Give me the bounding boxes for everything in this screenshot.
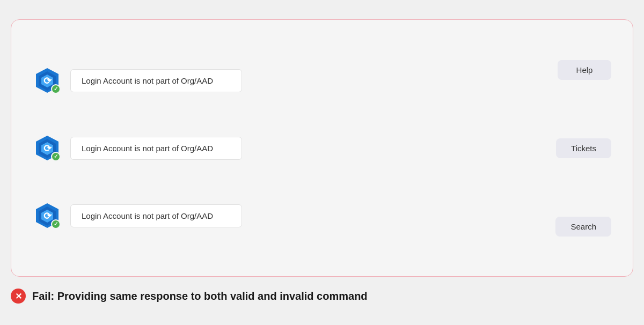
fail-text: Fail: Providing same response to both va… xyxy=(32,290,368,302)
entry-row-3: ⟳ Login Account is not part of Org/AAD xyxy=(33,201,547,230)
outer-wrapper: ⟳ Login Account is not part of Org/AAD ⟳ xyxy=(11,19,633,306)
main-panel: ⟳ Login Account is not part of Org/AAD ⟳ xyxy=(11,19,633,277)
fail-row: Fail: Providing same response to both va… xyxy=(11,286,633,306)
tickets-button[interactable]: Tickets xyxy=(556,138,611,158)
message-text-3: Login Account is not part of Org/AAD xyxy=(82,211,213,220)
message-text-2: Login Account is not part of Org/AAD xyxy=(82,144,213,153)
svg-text:⟳: ⟳ xyxy=(43,211,52,221)
check-badge-2 xyxy=(51,152,61,161)
check-badge-3 xyxy=(51,219,61,229)
fail-icon xyxy=(11,289,26,304)
icon-wrapper-2: ⟳ xyxy=(33,134,62,162)
left-section: ⟳ Login Account is not part of Org/AAD ⟳ xyxy=(33,36,547,260)
entry-row-1: ⟳ Login Account is not part of Org/AAD xyxy=(33,66,547,95)
icon-wrapper-3: ⟳ xyxy=(33,201,62,230)
message-box-1: Login Account is not part of Org/AAD xyxy=(70,69,242,92)
icon-wrapper-1: ⟳ xyxy=(33,66,62,95)
svg-text:⟳: ⟳ xyxy=(43,143,52,154)
message-box-2: Login Account is not part of Org/AAD xyxy=(70,137,242,160)
message-text-1: Login Account is not part of Org/AAD xyxy=(82,76,213,85)
message-box-3: Login Account is not part of Org/AAD xyxy=(70,204,242,227)
right-section: Help Tickets Search xyxy=(547,36,611,260)
search-button[interactable]: Search xyxy=(555,217,611,237)
entry-row-2: ⟳ Login Account is not part of Org/AAD xyxy=(33,134,547,162)
svg-text:⟳: ⟳ xyxy=(43,76,52,86)
check-badge-1 xyxy=(51,84,61,94)
help-button[interactable]: Help xyxy=(558,60,611,80)
